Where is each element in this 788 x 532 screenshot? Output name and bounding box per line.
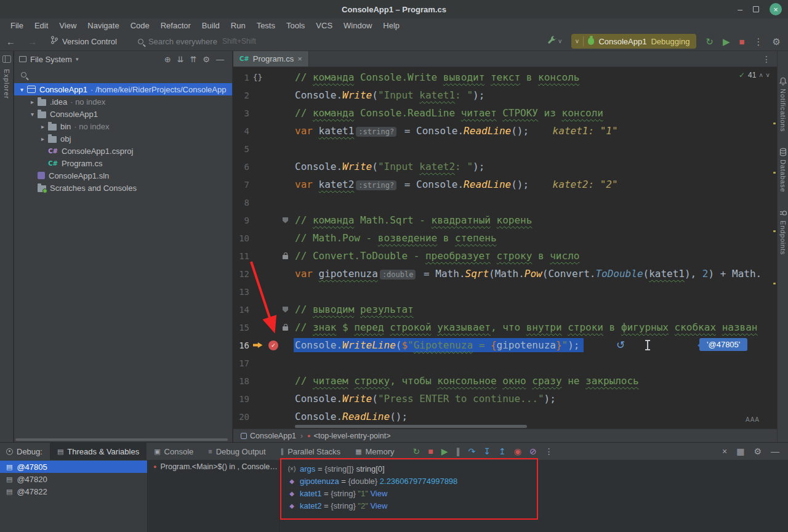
tree-item-consoleapp1-csproj[interactable]: C#ConsoleApp1.csproj (14, 145, 232, 157)
code-line-4[interactable]: 4var katet1:string? = Console.ReadLine()… (233, 122, 777, 140)
code-line-8[interactable]: 8 (233, 193, 777, 211)
expander-icon[interactable]: ▾ (27, 111, 38, 118)
run-configuration-widget[interactable]: ˅ ConsoleApp1 Debugging (571, 34, 697, 49)
tree-item-consoleapp1[interactable]: ▾ConsoleApp1 (14, 108, 232, 120)
version-control-widget[interactable]: Version Control (50, 36, 117, 47)
close-icon[interactable]: × (770, 3, 782, 15)
menu-item-window[interactable]: Window (338, 20, 377, 31)
step-over-icon[interactable]: ↷ (468, 447, 475, 456)
rerun-debug-icon[interactable]: ↻ (706, 37, 714, 46)
code-line-3[interactable]: 3// команда Console.ReadLine читает СТРО… (233, 104, 777, 122)
hide-icon[interactable]: — (771, 447, 779, 456)
line-number[interactable]: 12 (233, 269, 249, 279)
breakpoint-icon[interactable]: ✓ (268, 341, 278, 350)
code-line-10[interactable]: 10// Math.Pow - возведение в степень (233, 229, 777, 247)
code-line-11[interactable]: 11// Convert.ToDouble - преобразует стро… (233, 247, 777, 265)
tab-memory[interactable]: ▦Memory (348, 443, 401, 460)
menu-item-vcs[interactable]: VCS (310, 20, 338, 31)
line-number[interactable]: 7 (233, 180, 249, 190)
next-problem-icon[interactable]: ˅ (766, 72, 770, 79)
menu-item-navigate[interactable]: Navigate (82, 20, 124, 31)
step-out-icon[interactable]: ↥ (499, 447, 506, 456)
inspections-widget[interactable]: ✓ 41 ˄ ˅ (739, 71, 770, 79)
horizontal-scrollbar[interactable] (15, 438, 228, 441)
mute-breakpoints-icon[interactable]: ⊘ (529, 447, 537, 456)
variable-row-katet1[interactable]: ◆katet1 = {string} "1" View (281, 487, 788, 499)
tree-item-bin[interactable]: ▸bin · no index (14, 120, 232, 132)
build-tools-button[interactable]: ˅ (547, 36, 562, 47)
back-icon[interactable]: ← (0, 36, 22, 47)
settings-icon[interactable]: ⚙ (773, 37, 781, 46)
hide-panel-icon[interactable]: — (213, 55, 227, 64)
toolwindow-button-database[interactable]: Database (779, 148, 787, 193)
line-number[interactable]: 1 (233, 73, 249, 83)
line-number[interactable]: 9 (233, 216, 249, 225)
code-line-18[interactable]: 18// читаем строку, чтобы консольное окн… (233, 372, 777, 390)
tree-search-row[interactable] (14, 67, 232, 82)
line-number[interactable]: 16 (233, 341, 249, 350)
menu-item-tools[interactable]: Tools (281, 20, 310, 31)
menu-item-code[interactable]: Code (125, 20, 155, 31)
tree-item-scratches-and-consoles[interactable]: Scratches and Consoles (14, 182, 232, 194)
search-everywhere[interactable]: Search everywhere Shift+Shift (132, 35, 262, 48)
code-line-1[interactable]: 1{}// команда Console.Write выводит текс… (233, 68, 777, 86)
code-line-2[interactable]: 2Console.Write("Input katet1: "); (233, 86, 777, 104)
breadcrumb-consoleapp1[interactable]: ConsoleApp1 (241, 432, 296, 440)
region-marker-icon[interactable] (283, 217, 288, 224)
code-line-6[interactable]: 6Console.Write("Input katet2: "); (233, 158, 777, 175)
stop-icon[interactable]: ■ (428, 447, 433, 456)
code-line-20[interactable]: 20Console.ReadLine(); (233, 408, 777, 425)
code-area[interactable]: 1{}// команда Console.Write выводит текс… (233, 67, 777, 429)
code-line-13[interactable]: 13 (233, 283, 777, 300)
line-number[interactable]: 8 (233, 198, 249, 208)
line-number[interactable]: 15 (233, 323, 249, 332)
line-number[interactable]: 4 (233, 126, 249, 136)
view-link[interactable]: View (368, 501, 388, 510)
line-number[interactable]: 3 (233, 108, 249, 118)
rerun-debug-icon[interactable]: ↻ (412, 447, 420, 456)
file-panel-title[interactable]: File System (30, 55, 72, 64)
more-icon[interactable]: ⋮ (756, 51, 777, 66)
tab-close-icon[interactable]: × (297, 54, 302, 63)
tree-item-obj[interactable]: ▸obj (14, 132, 232, 145)
variable-row-katet2[interactable]: ◆katet2 = {string} "2" View (281, 499, 788, 512)
menu-item-help[interactable]: Help (377, 20, 405, 31)
prev-problem-icon[interactable]: ˄ (759, 72, 763, 79)
line-number[interactable]: 18 (233, 376, 249, 386)
menu-item-refactor[interactable]: Refactor (155, 20, 196, 31)
tab-program-cs[interactable]: C# Program.cs × (233, 51, 309, 66)
execution-pointer-icon[interactable] (253, 342, 263, 348)
variable-row-args[interactable]: (×)args = {string[]} string[0] (281, 462, 788, 475)
variable-row-gipotenuza[interactable]: ◆gipotenuza = {double} 2.236067977499789… (281, 475, 788, 487)
tab-debug-output[interactable]: ≡Debug Output (201, 443, 273, 460)
step-into-icon[interactable]: ↧ (483, 447, 491, 456)
region-marker-icon[interactable] (283, 307, 288, 313)
stack-frame-row[interactable]: ● Program.<Main>$() in , Console… (148, 461, 279, 473)
horizontal-scrollbar[interactable] (295, 425, 527, 428)
tool-window-icon[interactable] (2, 55, 11, 63)
expander-icon[interactable]: ▾ (17, 86, 27, 93)
code-line-7[interactable]: 7var katet2:string? = Console.ReadLine()… (233, 175, 777, 193)
menu-item-view[interactable]: View (54, 20, 82, 31)
expander-icon[interactable]: ▸ (38, 135, 48, 142)
tree-item-consoleapp1-sln[interactable]: ConsoleApp1.sln (14, 169, 232, 182)
menu-item-edit[interactable]: Edit (29, 20, 54, 31)
settings-icon[interactable]: ⚙ (754, 447, 762, 456)
line-number[interactable]: 14 (233, 305, 249, 315)
breadcrumb-top-level-entry-point[interactable]: ●<top-level-entry-point> (307, 432, 391, 440)
tab-threads-variables[interactable]: ▤Threads & Variables (50, 443, 147, 460)
more-icon[interactable]: ⋮ (754, 37, 763, 46)
code-line-9[interactable]: 9// команда Math.Sqrt - квадратный корен… (233, 211, 777, 229)
tree-item-program-cs[interactable]: C#Program.cs (14, 157, 232, 169)
line-number[interactable]: 2 (233, 91, 249, 100)
line-number[interactable]: 10 (233, 233, 249, 243)
collapse-all-icon[interactable]: ⇈ (187, 55, 199, 64)
code-line-17[interactable]: 17 (233, 354, 777, 372)
line-number[interactable]: 5 (233, 144, 249, 154)
forward-icon[interactable]: → (22, 36, 43, 47)
thread-row-47822[interactable]: ▤@47822 (0, 485, 147, 498)
view-link[interactable]: View (368, 489, 388, 498)
pause-icon[interactable]: ∥ (456, 447, 460, 456)
menu-item-tests[interactable]: Tests (251, 20, 281, 31)
thread-row-47805[interactable]: ▤@47805 (0, 461, 147, 473)
